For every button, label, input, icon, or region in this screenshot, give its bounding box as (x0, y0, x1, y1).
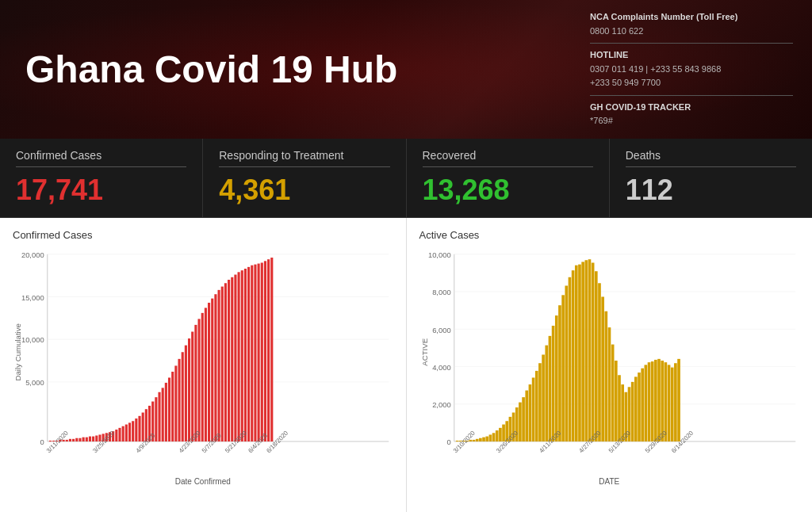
svg-rect-62 (214, 294, 216, 441)
svg-rect-142 (588, 259, 591, 441)
svg-text:10,000: 10,000 (427, 250, 450, 259)
svg-rect-139 (578, 265, 581, 441)
svg-text:0: 0 (40, 437, 44, 446)
responding-value: 4,361 (219, 174, 389, 207)
active-bars (455, 259, 680, 441)
svg-rect-52 (182, 352, 184, 441)
svg-rect-136 (568, 277, 571, 441)
svg-rect-36 (128, 422, 131, 441)
deaths-value: 112 (626, 174, 796, 207)
svg-rect-39 (138, 416, 140, 441)
confirmed-value: 17,741 (16, 174, 186, 207)
svg-rect-166 (667, 365, 670, 441)
svg-rect-23 (86, 437, 88, 441)
svg-rect-151 (618, 375, 621, 441)
svg-rect-20 (75, 438, 78, 441)
svg-rect-18 (69, 439, 71, 441)
recovered-value: 13,268 (423, 174, 593, 207)
svg-rect-35 (125, 425, 128, 441)
svg-rect-109 (479, 438, 482, 441)
tracker-code: *769# (590, 114, 793, 128)
svg-rect-47 (165, 383, 167, 441)
svg-rect-127 (538, 363, 542, 441)
svg-rect-159 (644, 365, 647, 441)
svg-rect-21 (79, 438, 81, 441)
svg-rect-111 (485, 437, 488, 441)
svg-rect-61 (211, 299, 213, 441)
svg-rect-74 (254, 265, 256, 441)
svg-rect-51 (178, 359, 180, 441)
svg-rect-78 (267, 259, 270, 441)
svg-text:4,000: 4,000 (432, 363, 450, 372)
hotline-numbers: 0307 011 419 | +233 55 843 9868 (590, 63, 793, 77)
app-title: Ghana Covid 19 Hub (0, 48, 590, 91)
svg-rect-53 (185, 346, 187, 441)
svg-rect-33 (118, 428, 121, 441)
svg-rect-141 (584, 260, 588, 441)
tracker-label: GH COVID-19 TRACKER (590, 101, 793, 115)
svg-rect-44 (155, 397, 157, 441)
deaths-label: Deaths (626, 149, 796, 167)
svg-rect-45 (158, 392, 160, 441)
svg-rect-40 (142, 413, 144, 442)
confirmed-label: Confirmed Cases (16, 149, 186, 167)
svg-rect-50 (174, 365, 177, 441)
svg-rect-112 (488, 434, 492, 441)
svg-rect-71 (244, 269, 247, 441)
svg-rect-57 (197, 319, 200, 441)
svg-rect-25 (92, 437, 94, 441)
contact-info: NCA Complaints Number (Toll Free) 0800 1… (590, 10, 812, 128)
svg-rect-131 (551, 326, 554, 441)
svg-rect-121 (519, 403, 522, 441)
svg-text:6,000: 6,000 (432, 325, 450, 334)
confirmed-x-label: Date Confirmed (13, 477, 393, 486)
svg-rect-161 (650, 361, 653, 441)
svg-rect-132 (554, 315, 557, 441)
header: Ghana Covid 19 Hub NCA Complaints Number… (0, 0, 812, 139)
svg-rect-145 (598, 283, 601, 441)
svg-rect-22 (82, 437, 85, 441)
svg-rect-12 (49, 441, 52, 441)
confirmed-chart-container: Confirmed Cases 20,000 15,000 10,000 5,0… (0, 218, 407, 512)
hotline-number2: +233 50 949 7700 (590, 76, 793, 90)
svg-rect-46 (162, 388, 164, 441)
svg-rect-165 (664, 362, 667, 441)
svg-rect-110 (482, 437, 485, 441)
svg-rect-162 (654, 360, 657, 441)
confirmed-chart-svg: 20,000 15,000 10,000 5,000 0 Daily Cumul… (13, 246, 393, 476)
svg-rect-158 (641, 369, 644, 441)
svg-rect-102 (455, 441, 458, 441)
stat-confirmed: Confirmed Cases 17,741 (0, 139, 203, 217)
svg-rect-123 (525, 391, 528, 441)
stat-recovered: Recovered 13,268 (407, 139, 610, 217)
svg-rect-128 (542, 354, 545, 441)
svg-rect-24 (89, 437, 91, 441)
svg-rect-130 (548, 336, 551, 441)
svg-rect-157 (638, 373, 641, 441)
complaints-label: NCA Complaints Number (Toll Free) (590, 10, 793, 25)
stat-responding: Responding to Treatment 4,361 (203, 139, 406, 217)
svg-text:Daily Cumulative: Daily Cumulative (14, 323, 23, 380)
divider-1 (590, 43, 793, 44)
svg-rect-26 (95, 436, 98, 442)
svg-rect-69 (238, 272, 240, 441)
svg-text:0: 0 (446, 437, 450, 446)
svg-rect-167 (670, 368, 673, 441)
svg-text:15,000: 15,000 (21, 293, 44, 302)
svg-rect-19 (72, 439, 75, 441)
svg-rect-146 (601, 296, 604, 441)
svg-rect-134 (561, 295, 565, 441)
svg-rect-143 (591, 262, 594, 441)
svg-text:8,000: 8,000 (432, 288, 450, 296)
svg-rect-32 (115, 430, 117, 441)
charts-area: Confirmed Cases 20,000 15,000 10,000 5,0… (0, 218, 812, 512)
svg-rect-75 (258, 264, 260, 441)
svg-rect-76 (261, 262, 263, 441)
svg-rect-129 (545, 346, 548, 441)
svg-rect-77 (264, 261, 266, 441)
svg-rect-59 (205, 308, 207, 441)
svg-rect-137 (571, 270, 574, 441)
svg-text:5,000: 5,000 (25, 378, 44, 387)
svg-rect-34 (122, 426, 124, 441)
svg-rect-70 (241, 270, 243, 441)
